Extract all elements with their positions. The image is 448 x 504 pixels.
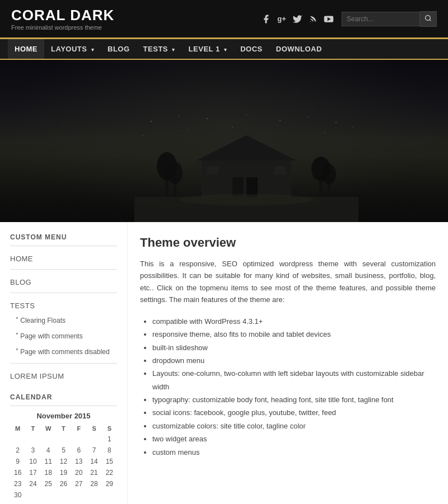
- calendar-day[interactable]: 25: [41, 478, 56, 489]
- twitter-icon[interactable]: [291, 13, 304, 25]
- svg-line-4: [430, 20, 431, 21]
- svg-rect-20: [232, 177, 244, 197]
- calendar-body: 1234567891011121314151617181920212223242…: [10, 434, 117, 501]
- sidebar-link-lorem[interactable]: LOREM IPSUM: [10, 369, 117, 383]
- divider-2: [10, 293, 117, 293]
- site-tagline: Free minimalist wordpress theme: [11, 24, 114, 31]
- calendar-day[interactable]: 11: [41, 456, 56, 467]
- calendar-day[interactable]: 22: [102, 467, 117, 478]
- calendar-day[interactable]: 29: [102, 478, 117, 489]
- svg-marker-19: [196, 135, 297, 161]
- calendar-day[interactable]: 26: [56, 478, 71, 489]
- feature-item: typography: customizable body font, head…: [152, 393, 436, 406]
- calendar-row: 16171819202122: [10, 467, 117, 478]
- calendar-day[interactable]: 8: [102, 445, 117, 456]
- nav-item-tests[interactable]: TESTS ▾: [137, 39, 182, 59]
- calendar-day: [86, 489, 101, 501]
- nav-item-download[interactable]: DOWNLOAD: [269, 39, 329, 59]
- submenu-item-page-comments[interactable]: Page with comments: [16, 328, 117, 344]
- calendar-day: [102, 489, 117, 501]
- calendar-day: [71, 489, 86, 501]
- svg-point-31: [321, 164, 336, 184]
- calendar-day[interactable]: 17: [25, 467, 40, 478]
- nav-item-docs[interactable]: DOCS: [234, 39, 269, 59]
- submenu-link-page-comments[interactable]: Page with comments: [20, 329, 82, 343]
- site-branding: CORAL DARK Free minimalist wordpress the…: [11, 7, 114, 31]
- nav-item-level1[interactable]: LEVEL 1 ▾: [182, 39, 234, 59]
- submenu-link-page-comments-disabled[interactable]: Page with comments disabled: [20, 345, 109, 359]
- svg-rect-22: [207, 166, 218, 175]
- nav-link-level1[interactable]: LEVEL 1 ▾: [182, 39, 234, 59]
- sidebar-item-home[interactable]: HOME: [10, 252, 117, 266]
- calendar-day[interactable]: 20: [71, 467, 86, 478]
- calendar-day[interactable]: 18: [41, 467, 56, 478]
- googleplus-icon[interactable]: g+: [276, 13, 288, 25]
- feature-item: two widget areas: [152, 432, 436, 445]
- calendar-day[interactable]: 2: [10, 445, 25, 456]
- calendar-title: CALENDAR: [10, 393, 117, 401]
- feature-item: compatible with WordPress 4.3.1+: [152, 315, 436, 328]
- calendar-day[interactable]: 1: [102, 434, 117, 445]
- calendar-row: 2345678: [10, 445, 117, 456]
- youtube-icon[interactable]: [323, 13, 335, 25]
- calendar-day[interactable]: 4: [41, 445, 56, 456]
- divider-3: [10, 363, 117, 364]
- calendar-day[interactable]: 21: [86, 467, 101, 478]
- rss-icon[interactable]: [307, 13, 319, 25]
- calendar-day[interactable]: 9: [10, 456, 25, 467]
- svg-point-11: [335, 122, 336, 123]
- nav-item-layouts[interactable]: LAYOUTS ▾: [44, 39, 101, 59]
- submenu-item-clearing-floats[interactable]: Clearing Floats: [16, 313, 117, 328]
- calendar-day[interactable]: 23: [10, 478, 25, 489]
- nav-link-blog[interactable]: BLOG: [101, 39, 137, 59]
- calendar-day[interactable]: 24: [25, 478, 40, 489]
- calendar-day: [86, 434, 101, 445]
- calendar-widget: November 2015 M T W T F S S 123456789101…: [10, 412, 117, 504]
- calendar-day[interactable]: 7: [86, 445, 101, 456]
- feature-item: custom menus: [152, 446, 436, 459]
- calendar-day: [41, 489, 56, 501]
- nav-item-blog[interactable]: BLOG: [101, 39, 137, 59]
- calendar-day[interactable]: 10: [25, 456, 40, 467]
- calendar-day[interactable]: 27: [71, 478, 86, 489]
- nav-link-home[interactable]: HOME: [8, 39, 44, 59]
- calendar-day[interactable]: 12: [56, 456, 71, 467]
- svg-point-14: [232, 127, 233, 128]
- search-input[interactable]: [342, 12, 420, 26]
- custom-menu-divider: [10, 246, 117, 246]
- calendar-day[interactable]: 14: [86, 456, 101, 467]
- calendar-day[interactable]: 28: [86, 478, 101, 489]
- svg-point-8: [246, 115, 247, 115]
- tests-dropdown-arrow: ▾: [172, 47, 175, 53]
- facebook-icon[interactable]: [260, 13, 272, 25]
- calendar-day[interactable]: 19: [56, 467, 71, 478]
- calendar-day: [56, 434, 71, 445]
- calendar-day[interactable]: 15: [102, 456, 117, 467]
- sidebar-link-blog[interactable]: BLOG: [10, 275, 117, 289]
- calendar-day[interactable]: 5: [56, 445, 71, 456]
- nav-item-home[interactable]: HOME: [8, 39, 44, 59]
- svg-point-3: [426, 15, 431, 20]
- main-content: Theme overview This is a responsive, SEO…: [128, 222, 448, 504]
- calendar-day[interactable]: 3: [25, 445, 40, 456]
- calendar-day: [41, 434, 56, 445]
- sidebar-item-lorem[interactable]: LOREM IPSUM: [10, 369, 117, 383]
- submenu-item-page-comments-disabled[interactable]: Page with comments disabled: [16, 344, 117, 360]
- nav-link-layouts[interactable]: LAYOUTS ▾: [44, 39, 101, 59]
- submenu-link-clearing-floats[interactable]: Clearing Floats: [20, 314, 66, 327]
- calendar-month: November 2015: [10, 412, 117, 420]
- search-button[interactable]: [420, 11, 437, 27]
- calendar-day[interactable]: 30: [10, 489, 25, 501]
- calendar-day[interactable]: 13: [71, 456, 86, 467]
- nav-link-docs[interactable]: DOCS: [234, 39, 269, 59]
- nav-link-tests[interactable]: TESTS ▾: [137, 39, 182, 59]
- sidebar-item-blog[interactable]: BLOG: [10, 275, 117, 289]
- sidebar-link-home[interactable]: HOME: [10, 252, 117, 266]
- sidebar-link-tests[interactable]: TESTS: [10, 299, 117, 313]
- calendar-day[interactable]: 6: [71, 445, 86, 456]
- svg-point-32: [179, 194, 314, 205]
- nav-link-download[interactable]: DOWNLOAD: [269, 39, 329, 59]
- header-right: g+: [260, 11, 437, 27]
- calendar-day[interactable]: 16: [10, 467, 25, 478]
- content-wrapper: CUSTOM MENU HOME BLOG TESTS Clearing Flo…: [0, 222, 448, 504]
